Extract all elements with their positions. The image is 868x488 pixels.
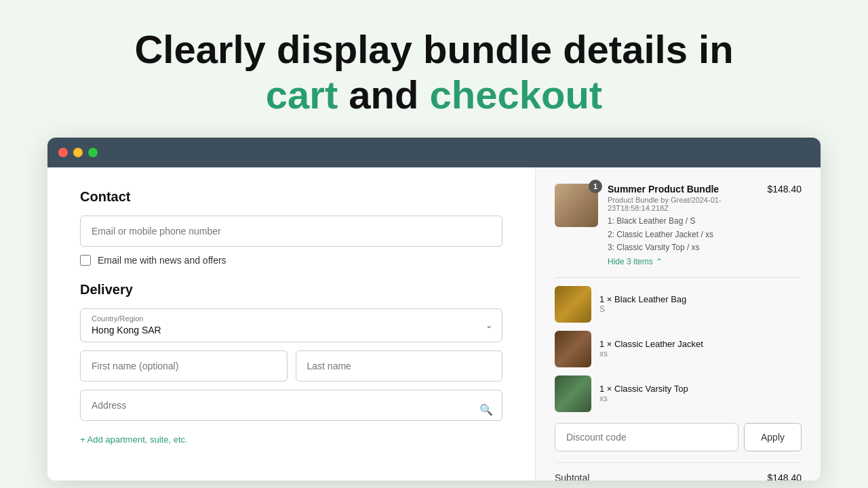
item-name-1: 1 × Black Leather Bag [599, 294, 686, 304]
hide-items-link[interactable]: Hide 3 items ⌃ [608, 257, 757, 266]
newsletter-row: Email me with news and offers [80, 255, 502, 266]
divider-1 [555, 277, 802, 278]
name-row [80, 350, 502, 382]
country-value: Hong Kong SAR [92, 325, 161, 336]
list-item: 1 × Black Leather Bag S [555, 286, 802, 323]
last-name-field[interactable] [296, 350, 503, 382]
bundle-image-wrapper: 1 [555, 184, 598, 266]
subtotal-label: Subtotal [555, 472, 589, 481]
item-info-1: 1 × Black Leather Bag S [599, 294, 686, 314]
delivery-title: Delivery [80, 282, 502, 298]
bundle-items-list: 1: Black Leather Bag / S 2: Classic Leat… [608, 215, 757, 254]
item-info-3: 1 × Classic Varsity Top xs [599, 384, 688, 403]
minimize-button-icon[interactable] [73, 148, 83, 157]
totals-section: Subtotal $148.40 Shipping Enter shipping… [555, 462, 802, 481]
bundle-item-1: 1: Black Leather Bag / S [608, 215, 757, 228]
close-button-icon[interactable] [58, 148, 68, 157]
newsletter-checkbox[interactable] [80, 255, 91, 266]
discount-code-input[interactable] [555, 423, 738, 451]
hero-and: and [338, 73, 429, 117]
subtotal-value: $148.40 [767, 472, 802, 481]
chevron-up-icon: ⌃ [656, 257, 663, 266]
address-wrapper: 🔍 [80, 390, 502, 429]
item-info-2: 1 × Classic Leather Jacket xs [599, 339, 703, 359]
browser-content: Contact Email me with news and offers De… [47, 167, 821, 481]
hero-checkout: checkout [430, 73, 603, 117]
item-variant-2: xs [599, 349, 703, 359]
apply-discount-button[interactable]: Apply [744, 423, 802, 451]
bundle-name: Summer Product Bundle [608, 184, 757, 195]
item-variant-1: S [599, 304, 686, 314]
first-name-field[interactable] [80, 350, 288, 382]
item-name-2: 1 × Classic Leather Jacket [599, 339, 703, 349]
item-name-3: 1 × Classic Varsity Top [599, 384, 688, 394]
bundle-meta: Product Bundle by Great/2024-01-23T18:58… [608, 196, 757, 212]
country-select[interactable]: Country/Region Hong Kong SAR ⌄ [80, 308, 502, 342]
search-icon: 🔍 [479, 403, 493, 416]
discount-row: Apply [555, 423, 802, 451]
chevron-down-icon: ⌄ [486, 321, 492, 330]
bundle-item-3: 3: Classic Varsity Top / xs [608, 241, 757, 254]
browser-window: Contact Email me with news and offers De… [47, 138, 821, 481]
list-item: 1 × Classic Varsity Top xs [555, 375, 802, 412]
delivery-section: Delivery Country/Region Hong Kong SAR ⌄ … [80, 282, 502, 445]
order-summary-panel: 1 Summer Product Bundle Product Bundle b… [536, 167, 821, 481]
email-field[interactable] [80, 216, 502, 247]
fullscreen-button-icon[interactable] [88, 148, 98, 157]
item-rows: 1 × Black Leather Bag S 1 × Classic Leat… [555, 286, 802, 412]
country-label: Country/Region [92, 314, 491, 323]
item-thumbnail-1 [555, 286, 591, 323]
bundle-price: $148.40 [767, 184, 802, 266]
hero-line1: Clearly display bundle details in [134, 27, 733, 71]
newsletter-label: Email me with news and offers [98, 255, 226, 266]
item-thumbnail-2 [555, 331, 591, 367]
browser-titlebar [47, 138, 821, 167]
hero-section: Clearly display bundle details in cart a… [0, 0, 868, 138]
hero-cart: cart [266, 73, 338, 117]
checkout-form-panel: Contact Email me with news and offers De… [47, 167, 536, 481]
bundle-info: Summer Product Bundle Product Bundle by … [608, 184, 757, 266]
list-item: 1 × Classic Leather Jacket xs [555, 331, 802, 367]
hide-items-label: Hide 3 items [608, 257, 653, 266]
item-thumbnail-3 [555, 375, 591, 412]
contact-title: Contact [80, 189, 502, 205]
bundle-item-2: 2: Classic Leather Jacket / xs [608, 228, 757, 241]
item-variant-3: xs [599, 394, 688, 403]
subtotal-row: Subtotal $148.40 [555, 472, 802, 481]
bundle-card: 1 Summer Product Bundle Product Bundle b… [555, 184, 802, 266]
bundle-badge: 1 [589, 180, 602, 193]
address-field[interactable] [80, 390, 502, 421]
add-apartment-link[interactable]: + Add apartment, suite, etc. [80, 434, 502, 445]
